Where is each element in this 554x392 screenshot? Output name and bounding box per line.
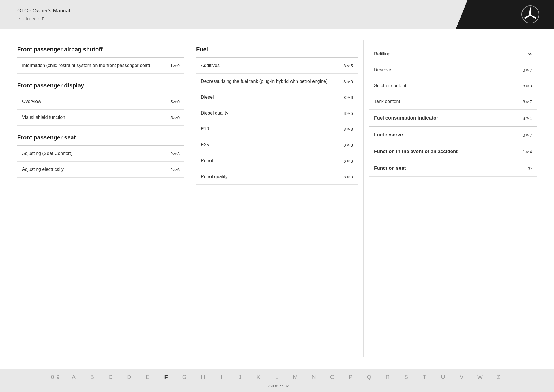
alpha-i[interactable]: I xyxy=(212,373,231,382)
section-front-passenger-seat: Front passenger seat xyxy=(17,134,184,141)
list-item[interactable]: E10 8≫3 xyxy=(196,121,358,137)
section-front-passenger-airbag-shutoff: Front passenger airbag shutoff xyxy=(17,46,184,53)
alpha-f[interactable]: F xyxy=(157,373,175,382)
list-item[interactable]: Overview 5≫0 xyxy=(17,94,184,110)
list-item[interactable]: Additives 8≫5 xyxy=(196,58,358,74)
alpha-o[interactable]: O xyxy=(323,373,342,382)
breadcrumb-sep-2: › xyxy=(38,16,40,21)
list-item[interactable]: Depressurising the fuel tank (plug-in hy… xyxy=(196,74,358,89)
svg-marker-3 xyxy=(524,14,530,19)
list-front-passenger-airbag-shutoff: Information (child restraint system on t… xyxy=(17,57,184,74)
list-item[interactable]: Sulphur content 8≫3 xyxy=(369,78,537,94)
column-3: Refilling Reserve 8≫7 Sulphur content 8≫… xyxy=(364,40,537,357)
list-front-passenger-display: Overview 5≫0 Visual shield function 5≫0 xyxy=(17,94,184,126)
alpha-b[interactable]: B xyxy=(83,373,102,382)
mercedes-star-logo xyxy=(521,5,540,24)
document-title: GLC - Owner's Manual xyxy=(17,8,439,14)
list-item[interactable]: Petrol 8≫3 xyxy=(196,153,358,169)
double-arrow-icon-2 xyxy=(528,166,532,171)
list-fuel: Additives 8≫5 Depressurising the fuel ta… xyxy=(196,57,358,185)
list-item[interactable]: Adjusting (Seat Comfort) 2≫3 xyxy=(17,146,184,162)
list-item[interactable]: Information (child restraint system on t… xyxy=(17,58,184,74)
section-fuel-reserve[interactable]: Fuel reserve 8≫7 xyxy=(369,126,537,143)
list-item[interactable]: Diesel quality 8≫5 xyxy=(196,105,358,121)
header-logo-area xyxy=(456,0,554,29)
list-item[interactable]: Refilling xyxy=(369,46,537,62)
list-item[interactable]: Tank content 8≫7 xyxy=(369,94,537,110)
breadcrumb-current: F xyxy=(42,16,44,21)
alpha-u[interactable]: U xyxy=(434,373,452,382)
alpha-c[interactable]: C xyxy=(102,373,120,382)
alphabet-navigation: 0 9 A B C D E F G H I J K L M N O P Q R … xyxy=(0,373,554,382)
alpha-09[interactable]: 0 9 xyxy=(46,373,65,382)
home-icon[interactable] xyxy=(17,16,20,21)
alpha-m[interactable]: M xyxy=(286,373,305,382)
main-content: Front passenger airbag shutoff Informati… xyxy=(0,29,554,369)
alpha-d[interactable]: D xyxy=(120,373,138,382)
column-2: Fuel Additives 8≫5 Depressurising the fu… xyxy=(190,40,364,357)
page-header: GLC - Owner's Manual › Index › F xyxy=(0,0,554,29)
alpha-k[interactable]: K xyxy=(249,373,268,382)
list-item[interactable]: Reserve 8≫7 xyxy=(369,62,537,78)
header-left: GLC - Owner's Manual › Index › F xyxy=(0,0,456,29)
alpha-r[interactable]: R xyxy=(379,373,397,382)
double-arrow-icon xyxy=(528,51,532,57)
breadcrumb-index[interactable]: Index xyxy=(26,16,36,21)
alpha-n[interactable]: N xyxy=(305,373,323,382)
alpha-e[interactable]: E xyxy=(138,373,157,382)
svg-marker-1 xyxy=(529,6,531,14)
section-fuel: Fuel xyxy=(196,46,358,53)
alpha-z[interactable]: Z xyxy=(489,373,508,382)
alpha-s[interactable]: S xyxy=(397,373,415,382)
alpha-j[interactable]: J xyxy=(231,373,249,382)
breadcrumb: › Index › F xyxy=(17,16,439,21)
section-front-passenger-display: Front passenger display xyxy=(17,82,184,89)
svg-point-4 xyxy=(529,14,531,15)
section-function-accident[interactable]: Function in the event of an accident 1≫4 xyxy=(369,143,537,160)
alpha-w[interactable]: W xyxy=(471,373,489,382)
document-code: F254 0177 02 xyxy=(265,384,289,388)
section-fuel-consumption-indicator[interactable]: Fuel consumption indicator 3≫1 xyxy=(369,110,537,126)
column-1: Front passenger airbag shutoff Informati… xyxy=(17,40,190,357)
alpha-q[interactable]: Q xyxy=(360,373,379,382)
list-item[interactable]: Diesel 8≫6 xyxy=(196,89,358,105)
list-item[interactable]: Petrol quality 8≫3 xyxy=(196,169,358,185)
page-footer: 0 9 A B C D E F G H I J K L M N O P Q R … xyxy=(0,369,554,392)
svg-marker-2 xyxy=(530,14,537,19)
section-function-seat[interactable]: Function seat xyxy=(369,160,537,177)
alpha-a[interactable]: A xyxy=(65,373,83,382)
alpha-g[interactable]: G xyxy=(175,373,194,382)
alpha-v[interactable]: V xyxy=(452,373,471,382)
list-fuel-continued: Refilling Reserve 8≫7 Sulphur content 8≫… xyxy=(369,46,537,110)
alpha-t[interactable]: T xyxy=(415,373,434,382)
list-front-passenger-seat: Adjusting (Seat Comfort) 2≫3 Adjusting e… xyxy=(17,145,184,178)
breadcrumb-sep-1: › xyxy=(23,16,24,21)
list-item[interactable]: Adjusting electrically 2≫6 xyxy=(17,162,184,178)
alpha-l[interactable]: L xyxy=(268,373,286,382)
alpha-h[interactable]: H xyxy=(194,373,212,382)
list-item[interactable]: Visual shield function 5≫0 xyxy=(17,110,184,126)
alpha-p[interactable]: P xyxy=(342,373,360,382)
list-item[interactable]: E25 8≫3 xyxy=(196,137,358,153)
